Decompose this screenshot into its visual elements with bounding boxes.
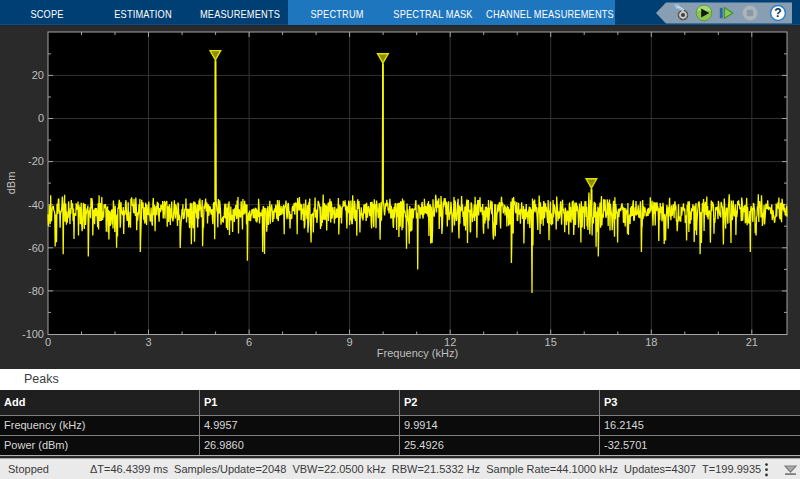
svg-text:0: 0	[38, 112, 44, 124]
svg-text:21: 21	[746, 336, 758, 348]
svg-text:15: 15	[545, 336, 557, 348]
svg-text:3: 3	[145, 336, 151, 348]
svg-text:?: ?	[774, 6, 781, 20]
svg-text:-100: -100	[22, 328, 44, 340]
svg-text:-60: -60	[28, 242, 44, 254]
svg-text:Frequency (kHz): Frequency (kHz)	[377, 347, 458, 359]
svg-text:18: 18	[645, 336, 657, 348]
svg-text:0: 0	[45, 336, 51, 348]
svg-text:-20: -20	[28, 155, 44, 167]
svg-text:20: 20	[32, 69, 44, 81]
svg-text:12: 12	[444, 336, 456, 348]
svg-text:6: 6	[246, 336, 252, 348]
svg-text:dBm: dBm	[5, 172, 17, 195]
svg-text:-40: -40	[28, 199, 44, 211]
svg-text:-80: -80	[28, 285, 44, 297]
svg-text:9: 9	[347, 336, 353, 348]
